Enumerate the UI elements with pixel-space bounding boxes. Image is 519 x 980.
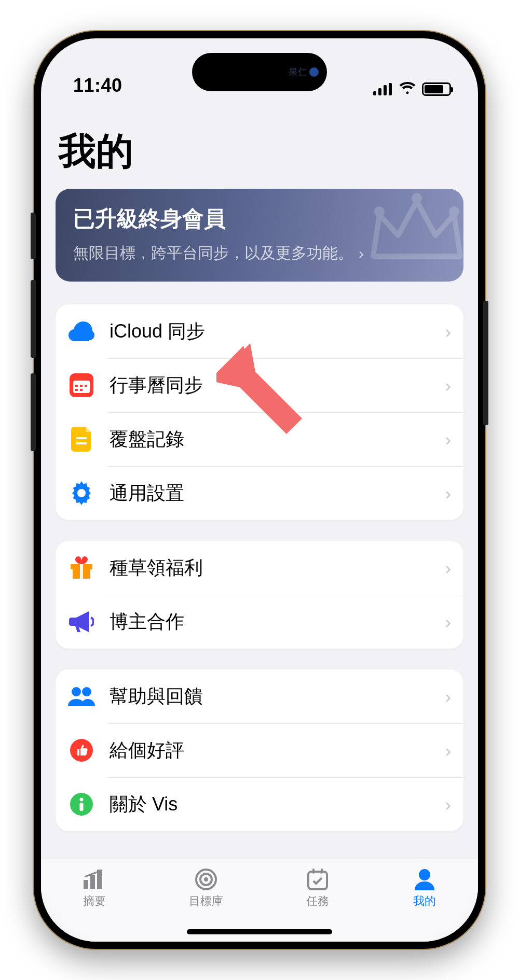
status-time: 11:40: [73, 75, 122, 96]
island-text: 果仁: [289, 66, 307, 78]
document-icon: [68, 426, 95, 453]
chevron-right-icon: ›: [445, 687, 451, 707]
row-help-feedback[interactable]: 幫助與回饋 ›: [56, 669, 463, 723]
svg-rect-33: [312, 869, 315, 874]
wifi-icon: [399, 82, 416, 96]
tab-bar: 摘要 目標庫 任務 我的: [41, 859, 478, 942]
row-label: 關於 Vis: [110, 792, 445, 817]
tab-label: 任務: [306, 893, 329, 909]
chevron-right-icon: ›: [445, 558, 451, 578]
tab-summary[interactable]: 摘要: [82, 869, 107, 909]
island-avatar-icon: [309, 67, 319, 77]
svg-point-12: [77, 489, 86, 497]
chevron-right-icon: ›: [359, 245, 364, 262]
row-label: 幫助與回饋: [110, 684, 445, 709]
chevron-right-icon: ›: [445, 612, 451, 632]
svg-rect-5: [75, 385, 78, 387]
settings-section-promo: 種草領福利 › 博主合作 ›: [56, 541, 463, 649]
tab-goals[interactable]: 目標庫: [189, 869, 223, 909]
tab-tasks[interactable]: 任務: [305, 869, 330, 909]
chart-icon: [82, 869, 107, 890]
crown-icon: [365, 189, 463, 272]
gear-icon: [68, 480, 95, 507]
home-indicator[interactable]: [187, 929, 332, 934]
svg-rect-27: [90, 875, 95, 889]
chevron-right-icon: ›: [445, 483, 451, 503]
row-label: 給個好評: [110, 738, 445, 763]
people-icon: [68, 683, 95, 710]
svg-rect-7: [85, 385, 87, 387]
row-label: 博主合作: [110, 609, 445, 635]
svg-point-20: [72, 687, 81, 696]
svg-point-35: [419, 869, 430, 880]
info-icon: [68, 791, 95, 818]
thumb-icon: [68, 737, 95, 764]
chevron-right-icon: ›: [445, 740, 451, 761]
premium-banner[interactable]: 已升級終身會員 無限目標，跨平台同步，以及更多功能。 ›: [56, 189, 463, 282]
svg-point-24: [80, 798, 84, 802]
svg-rect-32: [308, 872, 327, 889]
annotation-arrow-icon: [211, 341, 315, 444]
gift-icon: [68, 554, 95, 581]
svg-rect-25: [80, 803, 84, 811]
svg-rect-8: [75, 389, 78, 391]
row-rewards[interactable]: 種草領福利 ›: [56, 541, 463, 595]
svg-rect-19: [80, 564, 83, 579]
chevron-right-icon: ›: [445, 375, 451, 396]
svg-rect-34: [321, 869, 323, 874]
svg-marker-16: [216, 343, 302, 434]
svg-rect-6: [80, 385, 83, 387]
svg-point-31: [204, 877, 208, 881]
svg-rect-9: [80, 389, 83, 391]
page-title: 我的: [59, 127, 463, 176]
tab-mine[interactable]: 我的: [412, 869, 437, 909]
megaphone-icon: [68, 608, 95, 635]
svg-rect-26: [84, 880, 88, 889]
task-icon: [305, 869, 330, 890]
svg-point-0: [374, 206, 385, 217]
settings-section-support: 幫助與回饋 › 給個好評 › 關於 Vis ›: [56, 669, 463, 831]
row-collab[interactable]: 博主合作 ›: [56, 595, 463, 649]
svg-rect-10: [76, 437, 87, 439]
calendar-icon: [68, 372, 95, 399]
svg-point-2: [449, 206, 459, 217]
settings-section-sync: iCloud 同步 › 行事曆同步 › 覆盤記錄 ›: [56, 304, 463, 520]
row-label: 通用設置: [110, 481, 445, 506]
premium-subtitle: 無限目標，跨平台同步，以及更多功能。: [73, 243, 353, 264]
chevron-right-icon: ›: [445, 321, 451, 342]
chevron-right-icon: ›: [445, 794, 451, 815]
svg-rect-11: [76, 442, 87, 444]
tab-label: 摘要: [83, 893, 106, 909]
cloud-icon: [68, 318, 95, 345]
tab-label: 我的: [413, 893, 436, 909]
dynamic-island: 果仁: [192, 53, 327, 91]
row-about[interactable]: 關於 Vis ›: [56, 777, 463, 831]
chevron-right-icon: ›: [445, 429, 451, 450]
cellular-icon: [373, 83, 393, 95]
row-label: 種草領福利: [110, 555, 445, 581]
battery-icon: [422, 82, 451, 96]
row-general-settings[interactable]: 通用設置 ›: [56, 466, 463, 520]
person-icon: [412, 869, 437, 890]
svg-point-21: [82, 687, 91, 696]
tab-label: 目標庫: [189, 893, 223, 909]
row-rate-app[interactable]: 給個好評 ›: [56, 723, 463, 777]
target-icon: [194, 869, 218, 890]
svg-point-1: [412, 193, 422, 203]
